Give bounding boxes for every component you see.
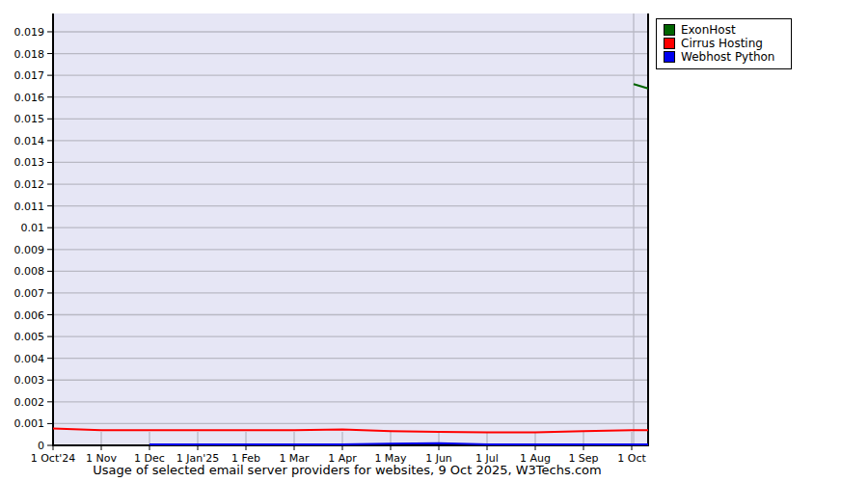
legend-swatch-cirrus-hosting <box>664 38 675 49</box>
chart-title: Usage of selected email server providers… <box>39 463 656 477</box>
y-tick-label: 0.017 <box>14 69 45 82</box>
y-tick-label: 0.011 <box>14 201 45 213</box>
y-tick-label: 0.005 <box>14 331 45 343</box>
y-tick-label: 0.016 <box>14 92 45 104</box>
y-tick-label: 0.003 <box>14 374 45 387</box>
legend-box: ExonHost Cirrus Hosting Webhost Python <box>656 18 792 69</box>
y-tick-label: 0.018 <box>14 48 45 61</box>
y-tick-label: 0.001 <box>14 417 45 430</box>
legend-item-exonhost: ExonHost <box>664 23 785 37</box>
legend-label-exonhost: ExonHost <box>681 24 736 37</box>
y-tick-label: 0.002 <box>14 396 45 409</box>
legend-label-webhost-python: Webhost Python <box>681 51 774 64</box>
y-tick-label: 0 <box>38 440 44 452</box>
y-tick-label: 0.006 <box>14 309 45 322</box>
chart-canvas: 00.0010.0020.0030.0040.0050.0060.0070.00… <box>0 0 868 482</box>
y-tick-label: 0.015 <box>14 113 45 125</box>
y-tick-label: 0.014 <box>14 135 45 147</box>
legend-label-cirrus-hosting: Cirrus Hosting <box>681 38 763 50</box>
y-tick-label: 0.019 <box>14 26 45 39</box>
legend-swatch-webhost-python <box>664 51 675 63</box>
y-tick-label: 0.009 <box>14 244 45 256</box>
legend-swatch-exonhost <box>664 24 675 36</box>
y-tick-label: 0.013 <box>14 156 45 169</box>
y-tick-label: 0.008 <box>14 265 45 278</box>
chart-plot: 00.0010.0020.0030.0040.0050.0060.0070.00… <box>0 0 868 482</box>
y-tick-label: 0.012 <box>14 178 45 191</box>
legend-item-webhost-python: Webhost Python <box>664 50 785 64</box>
y-tick-label: 0.004 <box>14 353 45 365</box>
legend-item-cirrus-hosting: Cirrus Hosting <box>664 37 785 50</box>
y-tick-label: 0.01 <box>21 222 45 234</box>
y-tick-label: 0.007 <box>14 287 45 300</box>
